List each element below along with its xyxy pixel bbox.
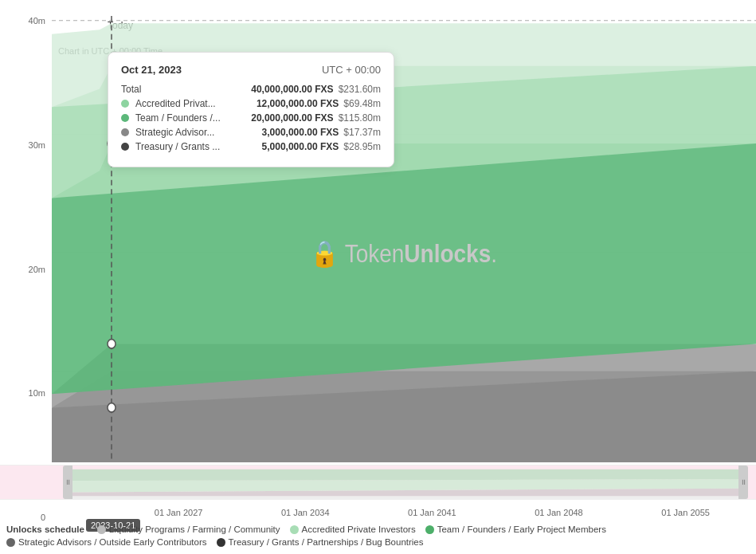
legend-label-accredited: Accredited Private Investors: [302, 525, 416, 534]
legend-item-treasury: Treasury / Grants / Partnerships / Bug B…: [217, 537, 424, 547]
y-label-30m: 30m: [6, 140, 45, 150]
tooltip-header: Oct 21, 2023 UTC + 00:00: [121, 64, 381, 76]
tooltip-row-treasury: Treasury / Grants ... 5,000,000.00 FXS $…: [121, 141, 381, 152]
svg-point-7: [108, 403, 116, 412]
scrollbar-right-handle[interactable]: ⏸: [738, 466, 748, 499]
y-label-10m: 10m: [6, 388, 45, 398]
strategic-legend-dot: [6, 538, 15, 547]
legend-item-accredited: Accredited Private Investors: [290, 525, 416, 534]
tooltip-row-strategic: Strategic Advisor... 3,000,000.00 FXS $1…: [121, 127, 381, 138]
strategic-dot: [121, 128, 129, 136]
y-axis: 40m 30m 20m 10m 0: [0, 16, 52, 522]
x-axis: 01 Jan 2027 01 Jan 2034 01 Jan 2041 01 J…: [52, 503, 756, 522]
scrollbar-chart: [72, 466, 746, 499]
x-label-2041: 01 Jan 2041: [408, 508, 456, 517]
legend-item-team: Team / Founders / Early Project Members: [425, 525, 606, 534]
treasury-dot: [121, 143, 129, 151]
chart-container: 40m 30m 20m 10m 0 Today Chart in UTC + 0…: [0, 0, 756, 554]
team-legend-dot: [425, 525, 434, 534]
y-label-40m: 40m: [6, 16, 45, 26]
accredited-dot: [121, 100, 129, 108]
svg-point-6: [108, 340, 116, 348]
x-label-2034: 01 Jan 2034: [281, 508, 330, 517]
accredited-legend-dot: [290, 525, 299, 534]
legend-label-treasury: Treasury / Grants / Partnerships / Bug B…: [229, 537, 424, 547]
svg-text:🔒 TokenUnlocks.: 🔒 TokenUnlocks.: [311, 238, 497, 269]
tooltip-timezone: UTC + 00:00: [322, 64, 381, 76]
x-label-2055: 01 Jan 2055: [661, 508, 710, 517]
tooltip: Oct 21, 2023 UTC + 00:00 Total 40,000,00…: [108, 52, 394, 167]
legend-title: Unlocks schedule: [6, 525, 84, 534]
tooltip-row-total: Total 40,000,000.00 FXS $231.60m: [121, 84, 381, 95]
legend-label-strategic: Strategic Advisors / Outside Early Contr…: [18, 537, 207, 547]
legend-label-liquidity: Liquidity Programs / Farming / Community: [109, 525, 280, 534]
tooltip-row-team: Team / Founders /... 20,000,000.00 FXS $…: [121, 112, 381, 124]
x-label-2027: 01 Jan 2027: [155, 508, 203, 517]
legend-item-liquidity: Liquidity Programs / Farming / Community: [97, 525, 280, 534]
legend-label-team: Team / Founders / Early Project Members: [437, 525, 606, 534]
y-label-20m: 20m: [6, 265, 45, 274]
treasury-legend-dot: [217, 538, 225, 547]
tooltip-row-accredited: Accredited Privat... 12,000,000.00 FXS $…: [121, 98, 381, 109]
liquidity-dot: [97, 525, 106, 534]
scrollbar-left-handle[interactable]: ⏸: [63, 466, 72, 499]
x-label-2048: 01 Jan 2048: [535, 508, 583, 517]
team-dot: [121, 114, 129, 122]
legend-item-strategic: Strategic Advisors / Outside Early Contr…: [6, 537, 207, 547]
tooltip-date: Oct 21, 2023: [121, 64, 182, 76]
legend: Unlocks schedule Liquidity Programs / Fa…: [0, 521, 756, 550]
scrollbar-area[interactable]: ⏸ ⏸: [0, 465, 756, 500]
